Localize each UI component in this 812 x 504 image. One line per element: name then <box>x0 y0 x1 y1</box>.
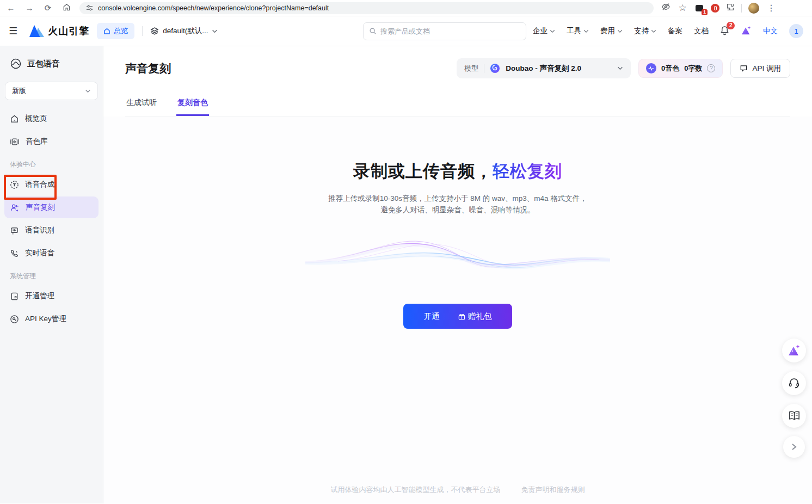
menu-support[interactable]: 支持 <box>634 26 656 36</box>
logo-text: 火山引擎 <box>48 24 89 38</box>
overview-label: 总览 <box>114 26 128 36</box>
hero-title-gradient: 轻松复刻 <box>493 162 562 181</box>
model-selector[interactable]: 模型 Doubao - 声音复刻 2.0 <box>457 58 631 78</box>
float-docs-button[interactable] <box>782 404 806 428</box>
extension-icon-2[interactable] <box>711 4 719 13</box>
divider <box>142 26 143 36</box>
api-key-icon <box>10 315 19 324</box>
browser-back-icon[interactable]: ← <box>5 3 16 13</box>
browser-profile-avatar[interactable] <box>748 3 759 14</box>
search-input[interactable] <box>380 27 506 35</box>
browser-reload-icon[interactable]: ⟳ <box>42 3 53 13</box>
float-collapse-button[interactable] <box>783 436 805 458</box>
waveform-illustration <box>103 233 812 285</box>
gift-package: 赠礼包 <box>458 311 492 322</box>
extensions-puzzle-icon[interactable] <box>726 3 735 14</box>
page-title: 声音复刻 <box>125 61 171 76</box>
sidebar-item-apikey[interactable]: API Key管理 <box>4 308 99 330</box>
url-bar[interactable]: console.volcengine.com/speech/new/experi… <box>79 2 654 14</box>
sidebar-item-realtime[interactable]: 实时语音 <box>4 242 99 264</box>
browser-forward-icon[interactable]: → <box>24 3 35 13</box>
voice-library-icon <box>10 137 20 146</box>
footer-disclaimer: 试用体验内容均由人工智能模型生成，不代表平台立场 <box>331 485 501 494</box>
project-selector[interactable]: default(默认... <box>150 26 218 36</box>
divider <box>741 4 742 13</box>
product-title: 豆包语音 <box>27 59 60 69</box>
header-controls: 模型 Doubao - 声音复刻 2.0 0音色 0字数 ? <box>457 58 790 78</box>
activate-button[interactable]: 开通 赠礼包 <box>403 304 512 329</box>
help-icon[interactable]: ? <box>707 64 715 72</box>
hero-description: 推荐上传或录制10-30s音频，上传支持小于 8M 的 wav、mp3、m4a … <box>103 193 812 216</box>
open-book-icon <box>788 410 801 421</box>
doubao-voice-icon <box>10 58 22 70</box>
tab-generate-preview[interactable]: 生成试听 <box>125 93 158 116</box>
extension-glyph <box>714 6 717 10</box>
sidebar-item-voice-clone[interactable]: 声音复刻 <box>4 196 99 218</box>
sidebar-item-activation[interactable]: 开通管理 <box>4 285 99 307</box>
realtime-voice-icon <box>10 249 19 258</box>
usage-chars: 0字数 <box>684 64 702 73</box>
menu-billing[interactable]: 费用 <box>600 26 623 36</box>
home-icon <box>103 28 110 35</box>
activation-icon <box>10 292 19 301</box>
extension-badge: 1 <box>702 9 708 15</box>
hide-eye-icon[interactable] <box>661 2 670 14</box>
divider <box>484 64 484 73</box>
app-shell: 豆包语音 新版 概览页 音色库 体验中心 语音合成 声音复刻 语音识别 <box>0 46 812 503</box>
browser-home-icon[interactable] <box>61 3 72 13</box>
menu-enterprise-label: 企业 <box>533 26 548 36</box>
browser-toolbar-right: ☆ 1 ⋮ <box>661 2 777 14</box>
chevron-down-icon <box>651 29 656 33</box>
sidebar-item-label: 实时语音 <box>25 248 54 258</box>
sidebar-item-voice-library[interactable]: 音色库 <box>4 131 99 152</box>
chevron-down-icon <box>550 29 555 33</box>
hamburger-menu-icon[interactable]: ☰ <box>9 25 17 37</box>
sidebar-product-header: 豆包语音 <box>0 54 103 77</box>
tabs: 生成试听 复刻音色 <box>125 93 790 116</box>
float-ai-assistant-button[interactable] <box>782 339 806 362</box>
link-beian[interactable]: 备案 <box>668 26 682 36</box>
user-avatar[interactable]: 1 <box>789 24 803 38</box>
api-chat-icon <box>740 64 748 72</box>
footer-terms-link[interactable]: 免责声明和服务规则 <box>521 485 585 494</box>
api-call-button[interactable]: API 调用 <box>730 59 790 78</box>
sidebar-item-tts[interactable]: 语音合成 <box>4 174 99 195</box>
main-content: 声音复刻 模型 Doubao - 声音复刻 2.0 0音色 <box>103 46 812 503</box>
tab-clone-voice[interactable]: 复刻音色 <box>176 93 209 116</box>
overview-button[interactable]: 总览 <box>97 23 134 39</box>
sidebar: 豆包语音 新版 概览页 音色库 体验中心 语音合成 声音复刻 语音识别 <box>0 46 103 503</box>
console-navbar: ☰ 火山引擎 总览 default(默认... 企业 工具 费用 <box>0 16 812 46</box>
browser-menu-icon[interactable]: ⋮ <box>766 3 777 13</box>
sidebar-item-label: 语音合成 <box>25 180 54 189</box>
chevron-down-icon <box>85 89 91 93</box>
bookmark-star-icon[interactable]: ☆ <box>677 2 688 14</box>
float-support-button[interactable] <box>782 371 806 395</box>
site-settings-icon[interactable] <box>86 4 93 11</box>
menu-tools-label: 工具 <box>567 26 581 36</box>
menu-enterprise[interactable]: 企业 <box>533 26 555 36</box>
version-selector[interactable]: 新版 <box>5 82 98 100</box>
hero-desc-line2: 避免多人对话、明显杂音、噪音、混响等情况。 <box>103 204 812 216</box>
activate-label: 开通 <box>424 311 440 322</box>
gift-label: 赠礼包 <box>468 311 492 322</box>
sidebar-item-overview[interactable]: 概览页 <box>4 108 99 130</box>
ai-assistant-icon[interactable] <box>741 26 752 37</box>
notification-bell-icon[interactable]: 2 <box>720 26 729 37</box>
chevron-down-icon <box>583 29 589 33</box>
sidebar-item-label: 音色库 <box>26 137 48 146</box>
link-docs[interactable]: 文档 <box>694 26 709 36</box>
chevron-down-icon <box>617 66 623 70</box>
menu-tools[interactable]: 工具 <box>567 26 589 36</box>
volcengine-logo[interactable]: 火山引擎 <box>29 24 89 38</box>
asr-icon <box>10 226 19 235</box>
headset-icon <box>788 377 800 389</box>
gift-icon <box>458 313 465 320</box>
api-button-label: API 调用 <box>752 64 781 73</box>
language-switch[interactable]: 中文 <box>763 26 778 36</box>
extension-icon-1[interactable]: 1 <box>694 3 704 13</box>
model-label: 模型 <box>464 64 478 73</box>
hero-title-plain: 录制或上传音频， <box>353 162 493 181</box>
home-icon <box>10 114 19 124</box>
sidebar-item-asr[interactable]: 语音识别 <box>4 219 99 241</box>
search-box <box>363 22 526 40</box>
